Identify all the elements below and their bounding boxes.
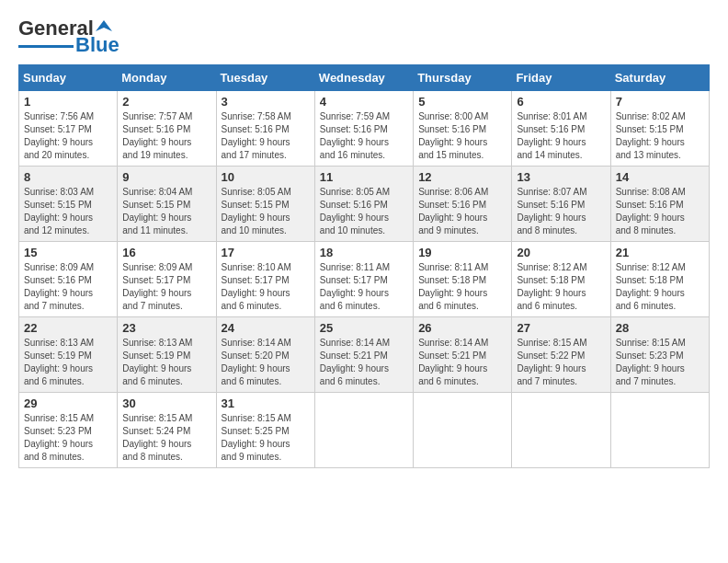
calendar-cell: 9Sunrise: 8:04 AMSunset: 5:15 PMDaylight… xyxy=(118,167,216,242)
day-number: 10 xyxy=(222,170,310,184)
day-info: Sunrise: 8:11 AMSunset: 5:18 PMDaylight:… xyxy=(418,261,506,313)
day-info: Sunrise: 7:58 AMSunset: 5:16 PMDaylight:… xyxy=(222,110,310,162)
svg-marker-0 xyxy=(96,20,112,31)
calendar-cell: 21Sunrise: 8:12 AMSunset: 5:18 PMDayligh… xyxy=(610,242,709,317)
calendar-cell: 19Sunrise: 8:11 AMSunset: 5:18 PMDayligh… xyxy=(414,242,512,317)
day-number: 30 xyxy=(122,396,210,410)
day-info: Sunrise: 8:15 AMSunset: 5:23 PMDaylight:… xyxy=(616,337,704,388)
calendar-cell: 5Sunrise: 8:00 AMSunset: 5:16 PMDaylight… xyxy=(414,91,512,167)
day-number: 27 xyxy=(517,321,605,335)
calendar-cell xyxy=(512,393,610,468)
day-number: 7 xyxy=(616,95,704,109)
day-info: Sunrise: 8:01 AMSunset: 5:16 PMDaylight:… xyxy=(517,110,605,162)
day-info: Sunrise: 8:15 AMSunset: 5:23 PMDaylight:… xyxy=(24,412,112,464)
calendar-week-5: 29Sunrise: 8:15 AMSunset: 5:23 PMDayligh… xyxy=(19,393,710,468)
day-number: 16 xyxy=(122,246,210,259)
calendar-cell: 2Sunrise: 7:57 AMSunset: 5:16 PMDaylight… xyxy=(118,91,216,167)
day-info: Sunrise: 8:13 AMSunset: 5:19 PMDaylight:… xyxy=(24,337,112,388)
day-number: 22 xyxy=(24,321,112,335)
day-number: 24 xyxy=(222,321,310,335)
day-number: 13 xyxy=(517,170,605,184)
day-info: Sunrise: 8:06 AMSunset: 5:16 PMDaylight:… xyxy=(418,186,506,237)
day-info: Sunrise: 8:13 AMSunset: 5:19 PMDaylight:… xyxy=(122,337,210,388)
calendar-cell: 31Sunrise: 8:15 AMSunset: 5:25 PMDayligh… xyxy=(216,393,314,468)
day-info: Sunrise: 8:07 AMSunset: 5:16 PMDaylight:… xyxy=(517,186,605,237)
calendar-cell: 8Sunrise: 8:03 AMSunset: 5:15 PMDaylight… xyxy=(19,167,118,242)
calendar-cell: 24Sunrise: 8:14 AMSunset: 5:20 PMDayligh… xyxy=(216,317,314,393)
day-info: Sunrise: 8:12 AMSunset: 5:18 PMDaylight:… xyxy=(616,261,704,313)
calendar-week-2: 8Sunrise: 8:03 AMSunset: 5:15 PMDaylight… xyxy=(19,167,710,242)
day-info: Sunrise: 8:05 AMSunset: 5:16 PMDaylight:… xyxy=(320,186,408,237)
day-info: Sunrise: 8:10 AMSunset: 5:17 PMDaylight:… xyxy=(222,261,310,313)
day-number: 31 xyxy=(222,396,310,410)
calendar-cell: 16Sunrise: 8:09 AMSunset: 5:17 PMDayligh… xyxy=(118,242,216,317)
day-number: 12 xyxy=(418,170,506,184)
calendar-header-friday: Friday xyxy=(512,65,610,91)
calendar-header-wednesday: Wednesday xyxy=(314,65,413,91)
calendar-cell: 22Sunrise: 8:13 AMSunset: 5:19 PMDayligh… xyxy=(19,317,118,393)
calendar-cell: 29Sunrise: 8:15 AMSunset: 5:23 PMDayligh… xyxy=(19,393,118,468)
day-info: Sunrise: 7:57 AMSunset: 5:16 PMDaylight:… xyxy=(122,110,210,162)
calendar-cell: 10Sunrise: 8:05 AMSunset: 5:15 PMDayligh… xyxy=(216,167,314,242)
calendar-cell: 30Sunrise: 8:15 AMSunset: 5:24 PMDayligh… xyxy=(118,393,216,468)
day-number: 5 xyxy=(418,95,506,109)
day-number: 11 xyxy=(320,170,408,184)
calendar-cell: 23Sunrise: 8:13 AMSunset: 5:19 PMDayligh… xyxy=(118,317,216,393)
day-info: Sunrise: 8:14 AMSunset: 5:21 PMDaylight:… xyxy=(418,337,506,388)
logo: General Blue xyxy=(18,18,119,55)
calendar-week-3: 15Sunrise: 8:09 AMSunset: 5:16 PMDayligh… xyxy=(19,242,710,317)
day-info: Sunrise: 8:11 AMSunset: 5:17 PMDaylight:… xyxy=(320,261,408,313)
calendar-cell: 6Sunrise: 8:01 AMSunset: 5:16 PMDaylight… xyxy=(512,91,610,167)
day-number: 17 xyxy=(222,246,310,259)
calendar-cell: 11Sunrise: 8:05 AMSunset: 5:16 PMDayligh… xyxy=(314,167,413,242)
day-number: 19 xyxy=(418,246,506,259)
day-number: 4 xyxy=(320,95,408,109)
day-number: 23 xyxy=(122,321,210,335)
day-info: Sunrise: 8:14 AMSunset: 5:20 PMDaylight:… xyxy=(222,337,310,388)
calendar-table: SundayMondayTuesdayWednesdayThursdayFrid… xyxy=(18,64,710,468)
calendar-cell: 18Sunrise: 8:11 AMSunset: 5:17 PMDayligh… xyxy=(314,242,413,317)
logo-underline xyxy=(18,45,74,48)
calendar-cell: 25Sunrise: 8:14 AMSunset: 5:21 PMDayligh… xyxy=(314,317,413,393)
calendar-cell: 20Sunrise: 8:12 AMSunset: 5:18 PMDayligh… xyxy=(512,242,610,317)
day-info: Sunrise: 8:02 AMSunset: 5:15 PMDaylight:… xyxy=(616,110,704,162)
calendar-header-sunday: Sunday xyxy=(19,65,118,91)
calendar-cell: 28Sunrise: 8:15 AMSunset: 5:23 PMDayligh… xyxy=(610,317,709,393)
day-number: 29 xyxy=(24,396,112,410)
calendar-cell xyxy=(610,393,709,468)
day-number: 21 xyxy=(616,246,704,259)
day-info: Sunrise: 8:09 AMSunset: 5:16 PMDaylight:… xyxy=(24,261,112,313)
day-info: Sunrise: 8:15 AMSunset: 5:25 PMDaylight:… xyxy=(222,412,310,464)
calendar-header-row: SundayMondayTuesdayWednesdayThursdayFrid… xyxy=(19,65,710,91)
calendar-cell: 27Sunrise: 8:15 AMSunset: 5:22 PMDayligh… xyxy=(512,317,610,393)
day-number: 18 xyxy=(320,246,408,259)
calendar-cell xyxy=(314,393,413,468)
day-info: Sunrise: 8:12 AMSunset: 5:18 PMDaylight:… xyxy=(517,261,605,313)
calendar-cell: 26Sunrise: 8:14 AMSunset: 5:21 PMDayligh… xyxy=(414,317,512,393)
day-number: 25 xyxy=(320,321,408,335)
day-info: Sunrise: 8:04 AMSunset: 5:15 PMDaylight:… xyxy=(122,186,210,237)
calendar-cell: 7Sunrise: 8:02 AMSunset: 5:15 PMDaylight… xyxy=(610,91,709,167)
day-number: 28 xyxy=(616,321,704,335)
calendar-cell: 3Sunrise: 7:58 AMSunset: 5:16 PMDaylight… xyxy=(216,91,314,167)
calendar-header-monday: Monday xyxy=(118,65,216,91)
calendar-header-saturday: Saturday xyxy=(610,65,709,91)
calendar-header-thursday: Thursday xyxy=(414,65,512,91)
day-info: Sunrise: 8:00 AMSunset: 5:16 PMDaylight:… xyxy=(418,110,506,162)
calendar-cell: 14Sunrise: 8:08 AMSunset: 5:16 PMDayligh… xyxy=(610,167,709,242)
day-number: 9 xyxy=(122,170,210,184)
calendar-cell: 15Sunrise: 8:09 AMSunset: 5:16 PMDayligh… xyxy=(19,242,118,317)
day-number: 14 xyxy=(616,170,704,184)
calendar-cell: 1Sunrise: 7:56 AMSunset: 5:17 PMDaylight… xyxy=(19,91,118,167)
day-info: Sunrise: 8:15 AMSunset: 5:22 PMDaylight:… xyxy=(517,337,605,388)
day-info: Sunrise: 8:05 AMSunset: 5:15 PMDaylight:… xyxy=(222,186,310,237)
calendar-cell: 12Sunrise: 8:06 AMSunset: 5:16 PMDayligh… xyxy=(414,167,512,242)
day-info: Sunrise: 7:56 AMSunset: 5:17 PMDaylight:… xyxy=(24,110,112,162)
day-number: 1 xyxy=(24,95,112,109)
day-number: 26 xyxy=(418,321,506,335)
day-info: Sunrise: 8:14 AMSunset: 5:21 PMDaylight:… xyxy=(320,337,408,388)
day-info: Sunrise: 8:08 AMSunset: 5:16 PMDaylight:… xyxy=(616,186,704,237)
calendar-week-4: 22Sunrise: 8:13 AMSunset: 5:19 PMDayligh… xyxy=(19,317,710,393)
day-number: 3 xyxy=(222,95,310,109)
page-header: General Blue xyxy=(18,18,710,55)
